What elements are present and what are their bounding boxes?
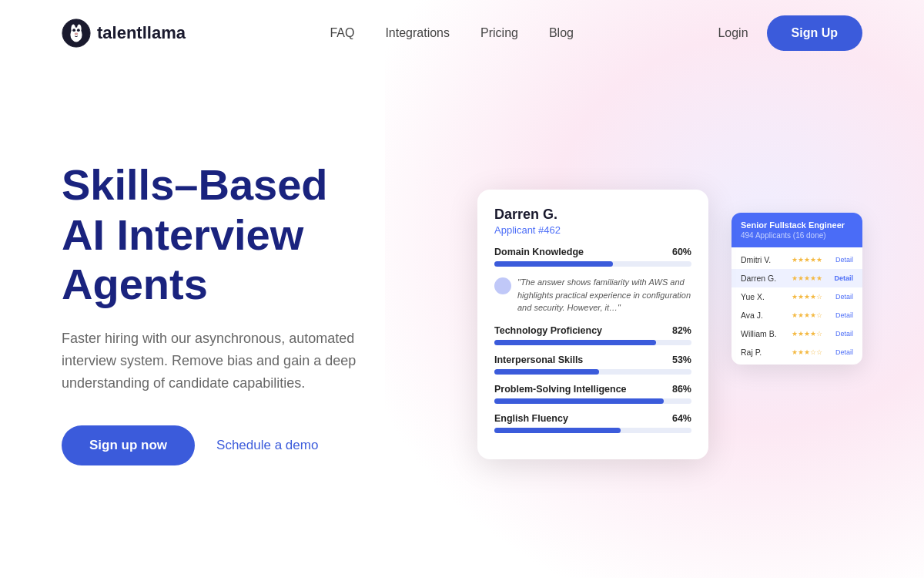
list-job-title: Senior Fullstack Engineer xyxy=(741,220,853,230)
list-item[interactable]: Yue X. ★★★★☆ Detail xyxy=(732,287,862,306)
skill-bar-english xyxy=(494,428,621,433)
applicant-number: Applicant #462 xyxy=(494,224,691,236)
svg-point-3 xyxy=(77,25,82,33)
logo-icon xyxy=(62,18,91,48)
hero-subtitle: Faster hiring with our asynchronous, aut… xyxy=(62,328,385,394)
quote-text: "The answer shows familiarity with AWS a… xyxy=(517,276,691,314)
list-item[interactable]: William B. ★★★★☆ Detail xyxy=(732,324,862,343)
nav-right: Login Sign Up xyxy=(718,15,862,51)
applicants-list-card: Senior Fullstack Engineer 494 Applicants… xyxy=(732,213,862,365)
signup-button[interactable]: Sign Up xyxy=(767,15,862,51)
skill-english: English Fluency 64% xyxy=(494,413,691,433)
skill-problem-solving: Problem-Solving Intelligence 86% xyxy=(494,384,691,404)
hero-section: Skills–Based AI Interview Agents Faster … xyxy=(0,66,924,544)
navbar: talentllama FAQ Integrations Pricing Blo… xyxy=(0,0,924,66)
list-header: Senior Fullstack Engineer 494 Applicants… xyxy=(732,213,862,247)
nav-blog[interactable]: Blog xyxy=(549,26,574,39)
list-item[interactable]: Dmitri V. ★★★★★ Detail xyxy=(732,250,862,269)
skill-bar-problem xyxy=(494,398,664,404)
skill-domain-knowledge: Domain Knowledge 60% xyxy=(494,247,691,267)
list-items: Dmitri V. ★★★★★ Detail Darren G. ★★★★★ D… xyxy=(732,247,862,365)
skill-interpersonal: Interpersonal Skills 53% xyxy=(494,355,691,375)
list-applicant-count: 494 Applicants (16 done) xyxy=(741,231,853,240)
schedule-demo-link[interactable]: Schedule a demo xyxy=(216,438,318,453)
logo[interactable]: talentllama xyxy=(62,18,186,48)
logo-text: talentllama xyxy=(97,23,186,43)
applicant-name: Darren G. xyxy=(494,207,691,223)
skill-bar-domain xyxy=(494,261,613,267)
skill-tech-proficiency: Technology Proficiency 82% xyxy=(494,325,691,345)
quote-avatar xyxy=(494,277,511,294)
signup-now-button[interactable]: Sign up now xyxy=(62,425,195,465)
svg-point-2 xyxy=(71,25,75,33)
hero-buttons: Sign up now Schedule a demo xyxy=(62,425,447,465)
svg-point-4 xyxy=(72,29,75,32)
skill-bar-tech xyxy=(494,340,656,345)
nav-pricing[interactable]: Pricing xyxy=(480,26,518,39)
hero-left: Skills–Based AI Interview Agents Faster … xyxy=(62,160,447,465)
list-item-active[interactable]: Darren G. ★★★★★ Detail xyxy=(732,269,862,287)
applicant-card: Darren G. Applicant #462 Domain Knowledg… xyxy=(477,190,708,459)
list-item[interactable]: Ava J. ★★★★☆ Detail xyxy=(732,306,862,324)
hero-title: Skills–Based AI Interview Agents xyxy=(62,160,447,309)
skill-bar-interpersonal xyxy=(494,369,599,375)
nav-links: FAQ Integrations Pricing Blog xyxy=(330,26,574,40)
list-item[interactable]: Raj P. ★★★☆☆ Detail xyxy=(732,343,862,361)
nav-faq[interactable]: FAQ xyxy=(330,26,354,39)
quote-row: "The answer shows familiarity with AWS a… xyxy=(494,276,691,314)
nav-integrations[interactable]: Integrations xyxy=(385,26,450,39)
login-link[interactable]: Login xyxy=(718,26,748,40)
svg-point-6 xyxy=(75,33,79,35)
hero-right: Darren G. Applicant #462 Domain Knowledg… xyxy=(462,166,862,459)
svg-point-5 xyxy=(77,29,80,32)
